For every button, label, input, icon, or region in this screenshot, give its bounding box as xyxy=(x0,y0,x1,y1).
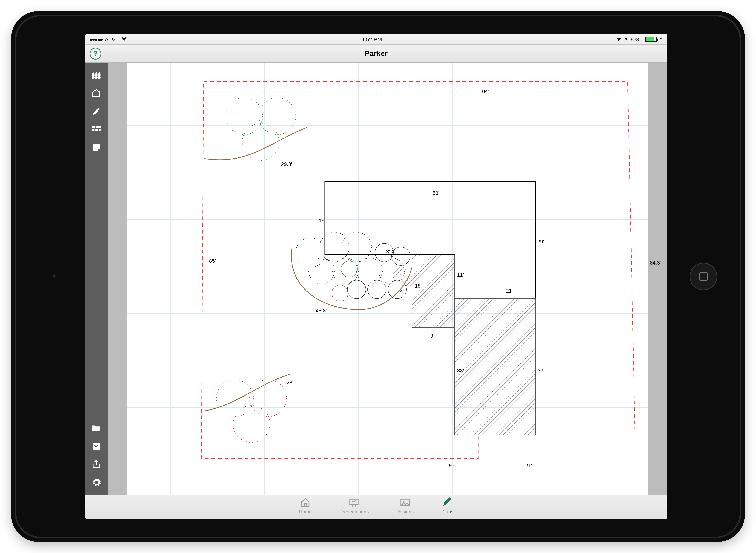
home-button[interactable] xyxy=(690,263,717,290)
m-house-top: 53' xyxy=(433,190,439,196)
m-house-right: 29' xyxy=(537,239,544,245)
svg-point-3 xyxy=(259,98,296,135)
m-boundary-top: 104' xyxy=(479,88,489,94)
wifi-icon xyxy=(121,36,127,43)
svg-point-17 xyxy=(348,280,366,299)
ipad-frame: ●●●●● AT&T 4:52 PM 83% xyxy=(11,11,745,542)
svg-point-22 xyxy=(403,501,404,502)
m-house-step-v: 11' xyxy=(457,272,464,278)
svg-point-18 xyxy=(368,280,386,299)
svg-point-16 xyxy=(392,247,410,265)
m-boundary-bottom-left: 97' xyxy=(449,463,456,469)
m-hard-h: 21' xyxy=(506,288,513,294)
plant-tool-icon[interactable] xyxy=(90,105,103,117)
plan-canvas[interactable]: 104' 84.3' 85' 97' 21' 29.3' 28' 45.8' 5… xyxy=(108,63,668,495)
workspace: 104' 84.3' 85' 97' 21' 29.3' 28' 45.8' 5… xyxy=(85,63,668,495)
m-house-left: 18' xyxy=(319,218,326,223)
structure-tool-icon[interactable] xyxy=(90,87,103,99)
m-curve-bl: 28' xyxy=(287,380,293,386)
download-icon[interactable] xyxy=(90,440,103,453)
svg-point-10 xyxy=(342,232,371,262)
m-house-step-h: 32' xyxy=(386,249,393,255)
tab-plans[interactable]: Plans xyxy=(441,497,453,515)
m-curve-tl: 29.3' xyxy=(281,161,292,167)
bluetooth-icon xyxy=(624,36,628,43)
m-house-inner-left: 18' xyxy=(415,283,422,289)
m-boundary-right: 84.3' xyxy=(650,260,661,266)
note-tool-icon[interactable] xyxy=(90,141,103,154)
tab-home[interactable]: Home xyxy=(299,497,312,515)
svg-rect-1 xyxy=(454,299,535,435)
battery-pct: 83% xyxy=(631,36,642,43)
title-bar: ? Parker xyxy=(85,45,668,63)
help-button[interactable]: ? xyxy=(90,48,101,60)
open-icon[interactable] xyxy=(90,422,103,434)
svg-point-11 xyxy=(309,258,334,284)
svg-point-6 xyxy=(250,380,287,417)
svg-point-20 xyxy=(341,261,357,277)
m-hard-rv: 33' xyxy=(538,368,544,374)
settings-icon[interactable] xyxy=(90,476,103,489)
tab-presentations-label: Presentations xyxy=(339,509,369,515)
m-boundary-bottom-right: 21' xyxy=(525,463,532,469)
svg-point-2 xyxy=(226,98,262,135)
svg-point-8 xyxy=(296,238,325,267)
bottom-tab-bar: Home Presentations Designs Plans xyxy=(85,495,668,519)
svg-point-21 xyxy=(332,285,348,301)
hardscape-tool-icon[interactable] xyxy=(90,123,103,136)
location-icon xyxy=(615,35,622,43)
svg-point-7 xyxy=(233,405,270,443)
tab-home-label: Home xyxy=(299,509,312,515)
tab-designs[interactable]: Designs xyxy=(396,497,414,515)
clock: 4:52 PM xyxy=(127,36,616,43)
m-porch-right: 21' xyxy=(400,288,406,294)
fence-tool-icon[interactable] xyxy=(90,69,103,81)
left-toolbar xyxy=(85,63,108,495)
svg-point-5 xyxy=(217,380,253,417)
plan-drawing xyxy=(108,63,668,495)
tab-designs-label: Designs xyxy=(396,509,414,515)
status-bar: ●●●●● AT&T 4:52 PM 83% xyxy=(85,34,668,45)
m-porch-below: 9' xyxy=(430,333,434,339)
charging-icon xyxy=(659,36,663,43)
share-icon[interactable] xyxy=(90,458,103,471)
m-boundary-left: 85' xyxy=(209,258,216,264)
camera xyxy=(53,274,57,279)
carrier-label: AT&T xyxy=(105,36,119,43)
battery-icon xyxy=(645,37,657,42)
tab-presentations[interactable]: Presentations xyxy=(339,497,369,515)
signal-icon: ●●●●● xyxy=(89,36,102,43)
m-curve-center: 45.8' xyxy=(316,308,327,314)
m-hard-lv: 33' xyxy=(457,368,464,374)
screen: ●●●●● AT&T 4:52 PM 83% xyxy=(85,34,668,519)
document-title: Parker xyxy=(365,50,388,58)
tab-plans-label: Plans xyxy=(441,509,453,515)
